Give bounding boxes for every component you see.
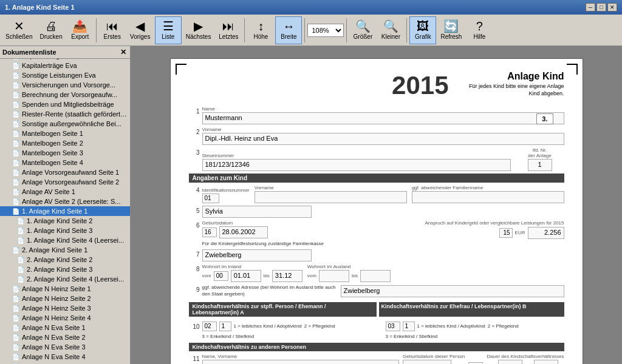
sidebar-item-11[interactable]: 📄Mantelbogen Seite 3 xyxy=(0,148,130,158)
letztes-button[interactable]: ⏭ Letztes xyxy=(215,16,242,44)
field-kv-b-val[interactable]: 1 xyxy=(403,322,415,331)
sidebar-item-18[interactable]: 📄1. Anlage Kind Seite 2 xyxy=(0,216,130,226)
drucken-button[interactable]: 🖨 Drucken xyxy=(36,16,65,44)
sidebar-item-label-32: Anlage N Eva Seite 4 xyxy=(22,353,86,360)
document-area[interactable]: 2015 Anlage Kind Für jedes Kind bitte ei… xyxy=(131,46,622,364)
erstes-label: Erstes xyxy=(104,33,121,40)
sidebar-item-2[interactable]: 📄Kapitalerträge Eva xyxy=(0,61,130,70)
sidebar-item-25[interactable]: 📄Anlage N Heinz Seite 1 xyxy=(0,284,130,294)
field-name-vorname[interactable] xyxy=(202,360,400,364)
erstes-button[interactable]: ⏮ Erstes xyxy=(99,16,126,44)
kv-a-text2: 2 = Pflegekind xyxy=(304,323,335,329)
sidebar-item-15[interactable]: 📄Anlage AV Seite 1 xyxy=(0,187,130,197)
sidebar-item-24[interactable]: 📄2. Anlage Kind Seite 4 (Leersei... xyxy=(0,274,130,284)
maximize-button[interactable]: □ xyxy=(596,3,606,12)
field-vorname[interactable]: Dipl.-Hdl. Heinz und Eva xyxy=(202,133,564,145)
field-eur-value[interactable]: 2.256 xyxy=(528,227,564,239)
hilfe-button[interactable]: ? Hilfe xyxy=(466,16,493,44)
field-sylvia[interactable]: Sylvia xyxy=(202,206,312,218)
export-button[interactable]: 📤 Export xyxy=(67,16,94,44)
field-dauer-to[interactable] xyxy=(534,360,558,364)
field-geburtsdatum-person[interactable] xyxy=(403,360,451,364)
field-steuernummer[interactable]: 181/123/12346 xyxy=(202,159,511,171)
tree-icon-20: 📄 xyxy=(17,237,24,244)
sidebar-item-31[interactable]: 📄Anlage N Eva Seite 3 xyxy=(0,342,130,352)
window-controls[interactable]: ─ □ ✕ xyxy=(586,3,617,12)
sidebar-item-12[interactable]: 📄Mantelbogen Seite 4 xyxy=(0,158,130,167)
sidebar-item-7[interactable]: 📄Riester-Rente (staatlich gefördert...) xyxy=(0,109,130,119)
field-inland-from[interactable]: 01.01 xyxy=(231,270,261,282)
row-4: 4 Identifikationsnummer 01 Vorname ggf. … xyxy=(189,185,564,203)
sidebar-item-23[interactable]: 📄2. Anlage Kind Seite 3 xyxy=(0,265,130,274)
sidebar-item-30[interactable]: 📄Anlage N Eva Seite 2 xyxy=(0,332,130,342)
liste-button[interactable]: ☰ Liste xyxy=(155,16,182,44)
zoom-select[interactable]: 108% 100% 75% 50% 150% xyxy=(307,24,344,37)
field-inland-to[interactable]: 31.12 xyxy=(272,270,302,282)
sidebar-item-26[interactable]: 📄Anlage N Heinz Seite 2 xyxy=(0,294,130,303)
sidebar-item-9[interactable]: 📄Mantelbogen Seite 1 xyxy=(0,129,130,138)
row-num-8: 8 xyxy=(189,264,200,272)
kleiner-button[interactable]: 🔍 Kleiner xyxy=(377,16,404,44)
refresh-button[interactable]: 🔄 Refresh xyxy=(437,16,465,44)
last-icon: ⏭ xyxy=(222,20,234,32)
sidebar-item-8[interactable]: 📄Sonstige außergewöhnliche Bei... xyxy=(0,119,130,129)
sidebar-item-17[interactable]: 📄1. Anlage Kind Seite 1 xyxy=(0,206,130,216)
grafik-button[interactable]: 🖼 Grafik xyxy=(409,16,436,44)
hohe-button[interactable]: ↕ Höhe xyxy=(247,16,274,44)
schliessen-button[interactable]: ✕ Schließen xyxy=(2,16,35,44)
sidebar-item-16[interactable]: 📄Anlage AV Seite 2 (Leerseite: S... xyxy=(0,197,130,206)
sidebar-item-29[interactable]: 📄Anlage N Eva Seite 1 xyxy=(0,323,130,332)
field-kv-a-val[interactable]: 1 xyxy=(219,322,231,331)
sidebar-item-32[interactable]: 📄Anlage N Eva Seite 4 xyxy=(0,352,130,362)
field-city1[interactable]: Zwiebelberg xyxy=(202,249,312,261)
field-ausland-to[interactable] xyxy=(360,270,391,282)
tree-icon-16: 📄 xyxy=(12,198,19,205)
field-row11-num[interactable]: 04 xyxy=(468,362,483,364)
anlage-title: Anlage Kind xyxy=(461,71,564,82)
row-num-11: 11 xyxy=(189,354,200,362)
sidebar-item-14[interactable]: 📄Anlage Vorsorgeaufwand Seite 2 xyxy=(0,177,130,187)
field-kindergeld-num[interactable]: 15 xyxy=(499,228,513,238)
sidebar-item-label-28: Anlage N Heinz Seite 4 xyxy=(22,314,91,322)
sidebar-item-label-9: Mantelbogen Seite 1 xyxy=(22,130,83,137)
sidebar-item-19[interactable]: 📄1. Anlage Kind Seite 3 xyxy=(0,226,130,235)
field-birth-day[interactable]: 16 xyxy=(202,228,217,237)
sidebar-item-27[interactable]: 📄Anlage N Heinz Seite 3 xyxy=(0,303,130,313)
sidebar-item-20[interactable]: 📄1. Anlage Kind Seite 4 (Leersei... xyxy=(0,235,130,245)
letztes-label: Letztes xyxy=(219,33,238,40)
field-lfd-nr[interactable]: 1 xyxy=(528,159,552,171)
document-page: 2015 Anlage Kind Für jedes Kind bitte ei… xyxy=(170,58,583,364)
groser-button[interactable]: 🔍 Größer xyxy=(349,16,376,44)
field-kv-a-num[interactable]: 02 xyxy=(202,322,217,331)
sidebar-item-6[interactable]: 📄Spenden und Mitgliedsbeiträge xyxy=(0,99,130,109)
field-kv-b-num[interactable]: 03 xyxy=(386,322,400,331)
field-dauer-from[interactable] xyxy=(498,360,522,364)
breite-button[interactable]: ↔ Breite xyxy=(275,16,302,44)
field-vorname-row4[interactable] xyxy=(255,191,407,203)
close-button[interactable]: ✕ xyxy=(607,3,617,12)
sidebar-item-22[interactable]: 📄2. Anlage Kind Seite 2 xyxy=(0,255,130,265)
field-abweichend[interactable] xyxy=(412,191,564,203)
sidebar-item-4[interactable]: 📄Versicherungen und Vorsorge... xyxy=(0,80,130,90)
nachstes-button[interactable]: ▶ Nächstes xyxy=(183,16,214,44)
sidebar-item-28[interactable]: 📄Anlage N Heinz Seite 4 xyxy=(0,313,130,323)
row-9: 9 ggf. abweichende Adresse (bei Wohnort … xyxy=(189,285,564,297)
field-ausland-from[interactable] xyxy=(319,270,349,282)
sidebar-item-10[interactable]: 📄Mantelbogen Seite 2 xyxy=(0,138,130,148)
field-adresse[interactable]: Zwiebelberg xyxy=(341,285,564,297)
field-ident-num[interactable]: 01 xyxy=(202,194,219,203)
sidebar-item-3[interactable]: 📄Sonstige Leistungen Eva xyxy=(0,70,130,80)
kleiner-label: Kleiner xyxy=(381,33,400,40)
sidebar-item-5[interactable]: 📄Berechnung der Vorsorgeaufw... xyxy=(0,90,130,99)
sidebar-item-21[interactable]: 📄2. Anlage Kind Seite 1 xyxy=(0,245,130,255)
field-inland-num[interactable]: 00 xyxy=(214,271,228,281)
sidebar-close-button[interactable]: ✕ xyxy=(119,48,128,56)
field-birth-date[interactable]: 28.06.2002 xyxy=(219,226,268,238)
field-name[interactable]: Mustermann xyxy=(202,112,564,124)
sidebar-item-label-1: Kapitalerträge Heinz xyxy=(22,59,83,59)
minimize-button[interactable]: ─ xyxy=(586,3,595,12)
sidebar-item-33[interactable]: 📄Anlage KAP Heinz Seite 1 xyxy=(0,362,130,364)
sidebar-item-label-10: Mantelbogen Seite 2 xyxy=(22,140,83,147)
voriges-button[interactable]: ◀ Voriges xyxy=(127,16,154,44)
sidebar-item-13[interactable]: 📄Anlage Vorsorgeaufwand Seite 1 xyxy=(0,167,130,177)
